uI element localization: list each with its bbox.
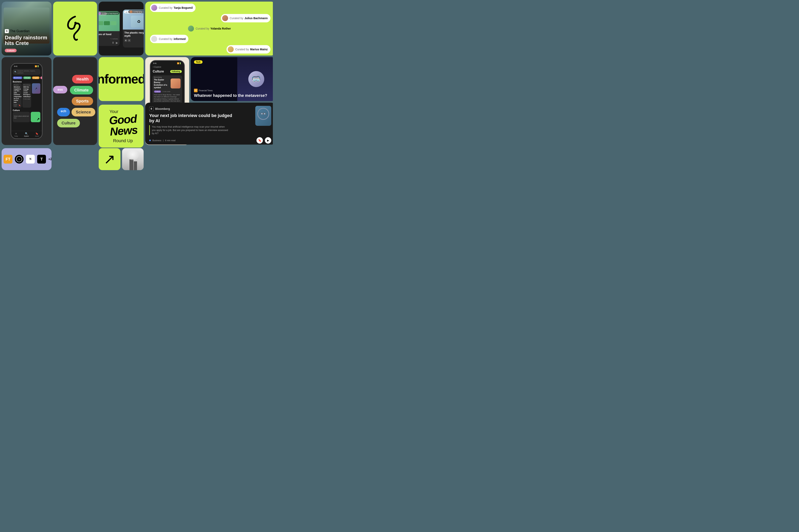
phone2-header: < Explore xyxy=(150,65,184,69)
bloomberg-footer: Business | 6 min read 🔖 ▶ xyxy=(149,137,271,144)
topic-business[interactable]: ess xyxy=(53,86,67,93)
phone-mockup: 9:41 📶🔋 🔍 Search articles, topics, autho… xyxy=(2,57,52,145)
tech-source: FT Financial Times xyxy=(194,89,272,92)
culture-article-1[interactable]: Some culture article text here xyxy=(13,112,30,122)
culture-badge[interactable]: Culture xyxy=(5,49,17,52)
curated-section: Curated by Tanja Bogumil Curated by Juli… xyxy=(145,2,273,56)
informed-wordmark: informed. xyxy=(99,72,144,87)
phone-article-img: ↗ xyxy=(32,83,40,94)
phone-articles: Reuters Western suppliers cut ties with … xyxy=(11,83,42,108)
topic-health[interactable]: Health xyxy=(72,75,93,83)
curator-pill-2[interactable]: Curated by Julius Bachmann xyxy=(221,14,270,22)
tag-culture[interactable]: Culture xyxy=(40,76,42,79)
tech-badge[interactable]: Tech xyxy=(194,60,203,64)
pub-nyt: N xyxy=(26,155,35,164)
curator-pill-3[interactable]: Curated by Yolanda Rother xyxy=(187,24,234,33)
bloomberg-logo-icon: B xyxy=(149,107,154,111)
phone2-a1-title: The Easter Bunny: Evolution of a symbol xyxy=(154,78,169,89)
bloomberg-meta: Business | 6 min read xyxy=(149,139,175,141)
pub-circle-logo: ● xyxy=(15,155,23,164)
topic-sports[interactable]: Sports xyxy=(72,97,93,106)
pub-ft: FT xyxy=(4,155,13,164)
good-news-text: Good News xyxy=(109,113,134,137)
food-card[interactable]: 🔬Expert Deep Dive Curated by Tanja Bogum… xyxy=(99,11,120,46)
phone-business-section: Business xyxy=(11,80,42,83)
food-card-title: The future of food xyxy=(99,33,118,36)
plastic-card-title: The plastic recycling myth xyxy=(125,31,144,37)
topic-science[interactable]: Science xyxy=(72,108,95,116)
publishers-section: B FT ● N T +2 more xyxy=(2,148,52,170)
pub-t: T xyxy=(37,155,46,164)
ft-logo-icon: FT xyxy=(194,89,197,92)
bloomberg-name: Bloomberg xyxy=(155,107,170,110)
curator-pill-1[interactable]: Curated by Tanja Bogumil xyxy=(150,4,195,12)
phone-article-1[interactable]: Reuters Western suppliers cut ties with … xyxy=(13,83,22,108)
bm-category-dot xyxy=(149,139,151,141)
phone-frame: 9:41 📶🔋 🔍 Search articles, topics, autho… xyxy=(11,63,42,139)
bloomberg-article-card[interactable]: B Bloomberg 👓 Your next job interview co… xyxy=(145,103,273,145)
food-card-meta: I N N + 2 articles xyxy=(99,38,118,40)
guardian-source: G The Guardian xyxy=(5,29,48,33)
informed-wordmark-card: informed. xyxy=(99,57,144,101)
phone-culture-section: Culture xyxy=(11,109,42,112)
tech-card[interactable]: Tech 🥽 FT Financial Times Whatever happe… xyxy=(191,57,273,101)
phone2-a1-meta: Culture 6 min read xyxy=(152,91,182,94)
tag-crypto[interactable]: Crypto xyxy=(32,76,40,79)
good-news-roundup: Round Up xyxy=(113,138,133,144)
curator-pill-5[interactable]: Curated by Marius Mainz xyxy=(227,45,270,54)
culture-green-tile: ↗ xyxy=(31,112,40,122)
bloomberg-person-image: 👓 xyxy=(255,106,271,126)
arrow-smoke-row: ↗ xyxy=(99,148,144,170)
topic-culture[interactable]: Culture xyxy=(57,119,80,128)
tag-business[interactable]: Business xyxy=(13,76,22,79)
bloomberg-header: B Bloomberg xyxy=(149,107,271,111)
phone-bottom-nav: ☀ Today 🔍 Explore 🔖 Saved xyxy=(11,131,42,138)
phone2-culture-title: Culture xyxy=(153,70,164,73)
pub-more-count: +2 more xyxy=(48,157,52,161)
bloomberg-bookmark-btn[interactable]: 🔖 xyxy=(256,137,263,144)
phone2-status: 9:41 📶🔋 xyxy=(150,61,184,65)
phone-tags-row: Business Climate Crypto Culture xyxy=(11,76,42,80)
phone-nav-today[interactable]: ☀ Today xyxy=(14,132,18,137)
guardian-card[interactable]: G The Guardian Deadly rainstorm hits Cre… xyxy=(2,2,52,56)
smoke-box xyxy=(122,148,144,170)
bloomberg-description: You may know that artificial intelligenc… xyxy=(149,125,229,135)
bloomberg-play-btn[interactable]: ▶ xyxy=(265,137,271,144)
guardian-logo-icon: G xyxy=(5,29,9,33)
arrow-box: ↗ xyxy=(99,148,120,170)
tag-climate[interactable]: Climate xyxy=(23,76,31,79)
tech-headline: Whatever happened to the metaverse? xyxy=(194,93,272,98)
guardian-source-text: The Guardian xyxy=(10,30,30,33)
plastic-card[interactable]: 🔬Expert Deep Dive Curated by Anna Maria … xyxy=(123,10,144,47)
phone-article-2[interactable]: Bloomberg Will the energy crisis crush E… xyxy=(22,83,31,108)
topic-tech[interactable]: ech xyxy=(57,108,70,116)
topic-climate[interactable]: Climate xyxy=(70,86,93,94)
phone-search-bar[interactable]: 🔍 Search articles, topics, authors xyxy=(13,69,40,75)
phone-culture-row: Some culture article text here ↗ xyxy=(11,112,42,122)
phone2-following-badge[interactable]: Following xyxy=(170,70,182,73)
good-news-card[interactable]: Your Good News Round Up xyxy=(99,104,144,148)
phone-status-bar: 9:41 📶🔋 xyxy=(11,64,42,68)
bloomberg-actions: 🔖 ▶ xyxy=(256,137,271,144)
svg-point-0 xyxy=(74,22,77,24)
guardian-headline: Deadly rainstorm hits Crete xyxy=(5,35,48,46)
informed-logo-icon xyxy=(63,15,87,42)
bloomberg-headline: Your next job interview could be judged … xyxy=(149,113,235,124)
phone2-a1-source: Bloomberg xyxy=(152,75,182,78)
phone-nav-saved[interactable]: 🔖 Saved xyxy=(35,132,39,137)
phone2-culture-tag: Culture xyxy=(154,91,161,93)
bp-vr-icon: 👓 xyxy=(257,108,269,120)
plastic-card-meta: N Y + 2 articles xyxy=(125,39,144,42)
news-cards-section: 🔬Expert Deep Dive Curated by Tanja Bogum… xyxy=(99,2,144,56)
phone2-back[interactable]: < Explore xyxy=(153,66,161,68)
phone2-culture-header: Culture Following xyxy=(150,69,184,74)
topics-section: Health ess Climate Sports ech Science Cu… xyxy=(53,57,97,145)
phone-nav-explore[interactable]: 🔍 Explore xyxy=(24,132,29,137)
curator-pill-4[interactable]: Curated by informed xyxy=(150,35,188,43)
app-logo-card xyxy=(53,2,97,56)
